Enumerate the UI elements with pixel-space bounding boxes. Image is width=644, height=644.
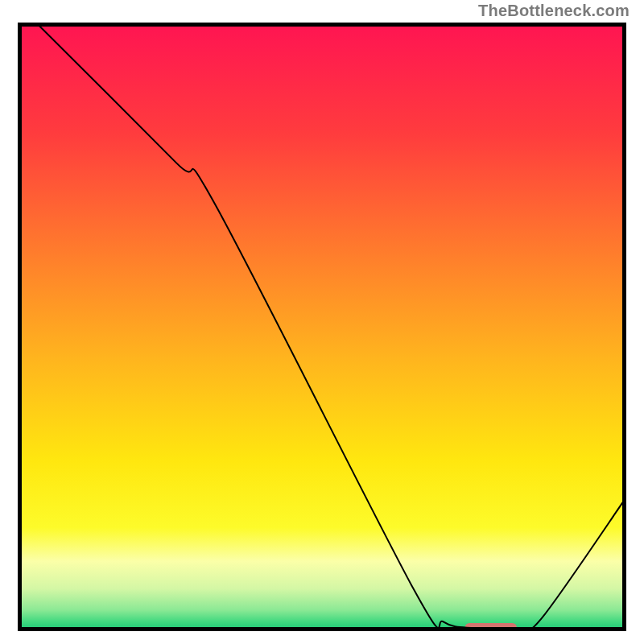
- chart-frame: [18, 23, 626, 631]
- chart-container: TheBottleneck.com: [0, 0, 644, 644]
- bottleneck-curve-chart: [18, 23, 626, 631]
- gradient-background: [18, 23, 626, 631]
- attribution-text: TheBottleneck.com: [478, 2, 630, 20]
